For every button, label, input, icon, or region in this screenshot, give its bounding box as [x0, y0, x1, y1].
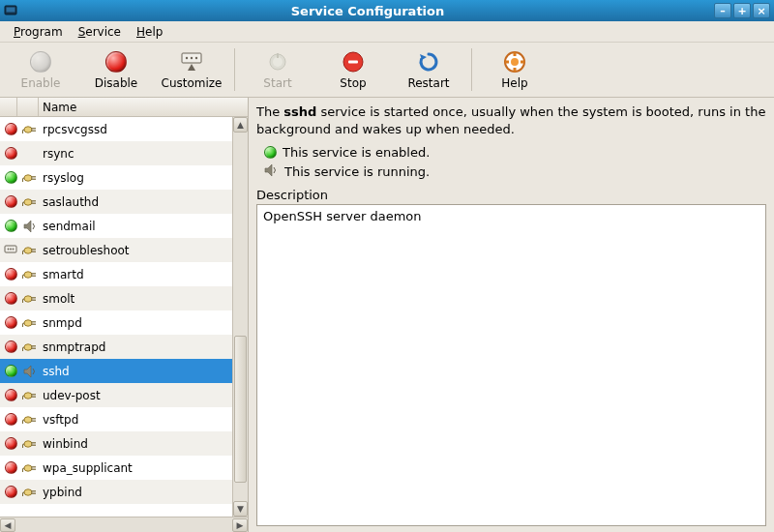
svg-point-19: [24, 198, 32, 204]
menubar: Program Service Help: [0, 21, 774, 43]
service-row-vsftpd[interactable]: vsftpd: [0, 407, 232, 431]
running-icon: [19, 292, 41, 306]
service-name: snmpd: [41, 316, 230, 330]
menu-service[interactable]: Service: [71, 23, 129, 41]
running-icon: [19, 437, 41, 451]
svg-point-29: [24, 271, 32, 277]
stop-button[interactable]: Stop: [316, 44, 390, 95]
svg-rect-18: [31, 178, 36, 179]
description-box[interactable]: OpenSSH server daemon: [256, 204, 766, 526]
svg-point-47: [24, 440, 32, 446]
disable-button[interactable]: Disable: [79, 44, 153, 95]
svg-point-50: [24, 464, 32, 470]
maximize-button[interactable]: +: [733, 3, 751, 18]
service-row-udev-post[interactable]: udev-post: [0, 383, 232, 407]
scroll-right-icon[interactable]: ▶: [232, 518, 248, 532]
service-name: snmptrapd: [41, 340, 230, 354]
service-name: wpa_supplicant: [41, 461, 230, 475]
stop-icon: [341, 49, 366, 74]
header-col-name[interactable]: Name: [39, 101, 248, 114]
svg-rect-49: [31, 444, 36, 445]
running-icon: [19, 244, 41, 257]
running-icon: [19, 171, 41, 185]
service-list-pane: Name rpcsvcgssdrsyncrsyslogsaslauthdsend…: [0, 98, 249, 532]
status-led-icon: [2, 245, 19, 256]
service-row-sendmail[interactable]: sendmail: [0, 214, 232, 238]
start-button: Start: [241, 44, 314, 95]
service-row-rpcsvcgssd[interactable]: rpcsvcgssd: [0, 117, 232, 141]
service-row-ypbind[interactable]: ypbind: [0, 480, 232, 504]
service-row-wpa_supplicant[interactable]: wpa_supplicant: [0, 456, 232, 480]
header-col-status[interactable]: [0, 98, 17, 116]
service-row-snmpd[interactable]: snmpd: [0, 310, 232, 335]
header-col-running[interactable]: [17, 98, 39, 116]
description-label: Description: [256, 188, 766, 202]
running-icon: [19, 461, 41, 475]
menu-program[interactable]: Program: [6, 23, 71, 41]
status-led-icon: [2, 413, 19, 426]
running-icon: [19, 389, 41, 402]
service-name: winbind: [41, 437, 230, 451]
svg-rect-40: [31, 347, 36, 348]
service-row-smartd[interactable]: smartd: [0, 262, 232, 286]
svg-rect-45: [31, 418, 36, 419]
service-row-winbind[interactable]: winbind: [0, 431, 232, 456]
service-name: setroubleshoot: [41, 244, 230, 257]
service-list[interactable]: rpcsvcgssdrsyncrsyslogsaslauthdsendmails…: [0, 117, 232, 517]
status-led-icon: [2, 461, 19, 474]
svg-point-4: [191, 57, 193, 59]
svg-rect-27: [31, 249, 36, 250]
service-name: rsyslog: [41, 171, 230, 185]
status-led-icon: [2, 171, 19, 184]
status-led-icon: [2, 316, 19, 329]
restart-button[interactable]: Restart: [392, 44, 465, 95]
main-pane: Name rpcsvcgssdrsyncrsyslogsaslauthdsend…: [0, 98, 774, 532]
status-led-icon: [2, 437, 19, 450]
svg-point-3: [186, 57, 188, 59]
svg-point-38: [24, 343, 32, 349]
service-row-sshd[interactable]: sshd: [0, 359, 232, 383]
svg-rect-46: [31, 420, 36, 421]
svg-point-41: [24, 392, 32, 398]
scroll-up-icon[interactable]: ▲: [233, 117, 248, 133]
service-row-saslauthd[interactable]: saslauthd: [0, 190, 232, 214]
service-name: ypbind: [41, 486, 230, 499]
scroll-thumb[interactable]: [234, 336, 247, 483]
enable-button: Enable: [4, 44, 77, 95]
service-row-smolt[interactable]: smolt: [0, 286, 232, 310]
service-row-rsync[interactable]: rsync: [0, 141, 232, 165]
status-led-icon: [2, 340, 19, 353]
horizontal-scrollbar[interactable]: ◀ ▶: [0, 517, 248, 532]
svg-rect-51: [31, 466, 36, 467]
scroll-down-icon[interactable]: ▼: [233, 501, 248, 517]
svg-point-7: [273, 57, 283, 67]
service-row-rsyslog[interactable]: rsyslog: [0, 165, 232, 190]
status-led-icon: [2, 486, 19, 498]
status-led-icon: [2, 220, 19, 232]
service-summary: The sshd service is started once, usuall…: [256, 103, 766, 137]
help-button[interactable]: Help: [478, 44, 551, 95]
close-button[interactable]: ×: [753, 3, 770, 18]
scroll-left-icon[interactable]: ◀: [0, 518, 15, 532]
service-row-snmptrapd[interactable]: snmptrapd: [0, 335, 232, 359]
minimize-button[interactable]: –: [714, 3, 731, 18]
svg-rect-15: [31, 130, 36, 131]
service-row-setroubleshoot[interactable]: setroubleshoot: [0, 238, 232, 262]
customize-button[interactable]: Customize: [155, 44, 228, 95]
enabled-status-text: This service is enabled.: [283, 145, 430, 160]
help-icon: [502, 49, 527, 74]
service-name: sshd: [41, 365, 230, 378]
running-icon: [19, 316, 41, 330]
vertical-scrollbar[interactable]: ▲ ▼: [232, 117, 248, 517]
enabled-led-icon: [264, 146, 277, 159]
svg-rect-39: [31, 345, 36, 346]
svg-rect-14: [31, 128, 36, 129]
svg-rect-43: [31, 396, 36, 397]
title-bar: Service Configuration – + ×: [0, 0, 774, 21]
svg-rect-8: [277, 53, 279, 58]
svg-point-13: [24, 126, 32, 132]
svg-rect-17: [31, 176, 36, 177]
selected-service-name: sshd: [283, 104, 316, 119]
menu-help[interactable]: Help: [129, 23, 170, 41]
list-header[interactable]: Name: [0, 98, 248, 117]
